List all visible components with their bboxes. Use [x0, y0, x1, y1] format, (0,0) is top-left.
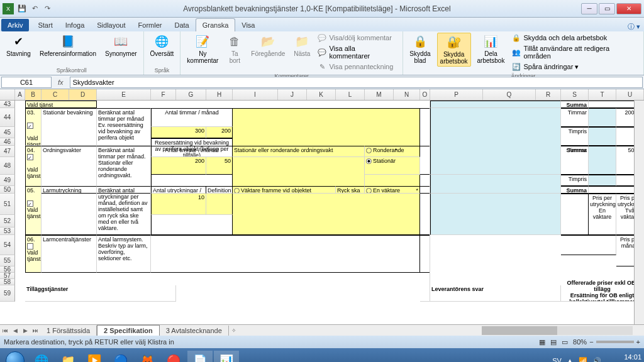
taskbar-clock[interactable]: 14:01 2015-05-19	[606, 353, 641, 362]
zoom-level[interactable]: 80%	[573, 338, 587, 346]
col-header-L[interactable]: L	[336, 89, 365, 100]
col-header-A[interactable]: A	[15, 89, 25, 100]
prev-comment-button[interactable]: 📂Föregående	[248, 33, 287, 58]
col-header-B[interactable]: B	[25, 89, 42, 100]
zoom-slider[interactable]	[596, 341, 634, 343]
row-header-47[interactable]: 47	[0, 146, 15, 157]
col-header-G[interactable]: G	[176, 89, 206, 100]
taskbar-ie-icon[interactable]: 🌐	[29, 351, 54, 362]
col-header-E[interactable]: E	[97, 89, 151, 100]
row-header-54[interactable]: 54	[0, 235, 15, 255]
taskbar-explorer-icon[interactable]: 📁	[55, 351, 80, 362]
tab-formulas[interactable]: Formler	[132, 19, 169, 31]
protect-share-button[interactable]: 🔒Skydda och dela arbetsbok	[511, 33, 640, 43]
allow-edit-ranges-button[interactable]: 👥Tillåt användare att redigera områden	[511, 44, 640, 60]
sheet-tab-2[interactable]: 2 Specifikation	[97, 325, 160, 336]
col-header-D[interactable]: D	[69, 89, 97, 100]
formula-input[interactable]: Skyddsvakter	[70, 77, 643, 88]
taskbar-word-icon[interactable]: 📄	[187, 351, 213, 362]
tray-network-icon[interactable]: 📶	[579, 357, 587, 363]
row-header-53[interactable]: 53	[0, 228, 15, 235]
row-header-46[interactable]: 46	[0, 138, 15, 146]
col-header-P[interactable]: P	[430, 89, 483, 100]
col-header-H[interactable]: H	[206, 89, 233, 100]
help-icon[interactable]: ⓘ ▾	[624, 22, 644, 31]
row-header-55[interactable]: 55	[0, 255, 15, 266]
col-header-K[interactable]: K	[307, 89, 336, 100]
show-ink-button[interactable]: ✎Visa pennanteckning	[316, 62, 399, 72]
cell-e44[interactable]: Beräknat antal timmar per månadEv. resee…	[97, 108, 151, 146]
view-normal-icon[interactable]: ▦	[539, 338, 545, 346]
qat-save-icon[interactable]: 💾	[16, 3, 28, 14]
col-header-M[interactable]: M	[365, 89, 394, 100]
tab-data[interactable]: Data	[168, 19, 195, 31]
cell-c44[interactable]: Stationär bevakning	[42, 108, 97, 146]
language-indicator[interactable]: SV	[552, 357, 562, 362]
cell-h45[interactable]: 200	[206, 127, 233, 138]
col-header-R[interactable]: R	[536, 89, 561, 100]
showall-comments-button[interactable]: 💬Visa alla kommentarer	[316, 44, 399, 60]
restore-button[interactable]: ▭	[599, 3, 615, 14]
sheet-nav-next[interactable]: ▶	[20, 326, 30, 336]
tab-layout[interactable]: Sidlayout	[91, 19, 131, 31]
sheet-nav-prev[interactable]: ◀	[10, 326, 20, 336]
spelling-button[interactable]: ✔Stavning	[4, 33, 33, 58]
sheet-tab-1[interactable]: 1 Försättssida	[40, 326, 97, 336]
delete-comment-button[interactable]: 🗑Ta bort	[225, 33, 245, 65]
row-header-43[interactable]: 43	[0, 101, 15, 108]
radio-stationar[interactable]: Stationär	[365, 157, 420, 175]
col-header-T[interactable]: T	[589, 89, 616, 100]
row-header-44[interactable]: 44	[0, 108, 15, 127]
tab-review[interactable]: Granska	[196, 18, 236, 31]
new-comment-button[interactable]: 📝Ny kommentar	[184, 33, 221, 65]
sheet-nav-first[interactable]: ⏮	[0, 326, 10, 336]
cell-fg45[interactable]: 300	[151, 127, 206, 138]
file-tab[interactable]: Arkiv	[1, 19, 29, 31]
row-header-51[interactable]: 51	[0, 194, 15, 215]
row-header-58[interactable]: 58	[0, 279, 15, 285]
taskbar-firefox-icon[interactable]: 🦊	[135, 351, 160, 362]
tray-flag-icon[interactable]: ▲	[567, 357, 574, 362]
tab-view[interactable]: Visa	[235, 19, 261, 31]
translate-button[interactable]: 🌐Översätt	[148, 33, 177, 58]
showhide-comment-button[interactable]: 💬Visa/dölj kommentar	[316, 33, 399, 43]
research-button[interactable]: 📘Referensinformation	[37, 33, 99, 58]
protect-sheet-button[interactable]: 🔒Skydda blad	[407, 33, 433, 65]
row-header-50[interactable]: 50	[0, 186, 15, 194]
taskbar-app-icon[interactable]: 🔴	[161, 351, 186, 362]
view-layout-icon[interactable]: ▤	[550, 338, 557, 346]
sheet-tab-new[interactable]: ✧	[229, 326, 239, 336]
col-header-S[interactable]: S	[561, 89, 589, 100]
row-header-52[interactable]: 52	[0, 215, 15, 228]
taskbar-media-icon[interactable]: ▶️	[82, 351, 107, 362]
sheet-tab-3[interactable]: 3 Avtalstecknande	[160, 326, 229, 336]
close-button[interactable]: ✕	[616, 3, 641, 14]
col-header-C[interactable]: C	[42, 89, 69, 100]
cell-fgh44[interactable]: Antal timmar / månad	[151, 108, 233, 127]
taskbar-chrome-icon[interactable]: 🔵	[108, 351, 133, 362]
zoom-out-button[interactable]: −	[589, 338, 593, 346]
qat-undo-icon[interactable]: ↶	[29, 3, 40, 14]
row-header-59[interactable]: 59	[0, 285, 15, 302]
vertical-scrollbar[interactable]	[634, 101, 644, 324]
row-header-48[interactable]: 48	[0, 157, 15, 175]
view-pagebreak-icon[interactable]: ▭	[562, 338, 568, 346]
minimize-button[interactable]: ─	[581, 3, 597, 14]
horizontal-scrollbar[interactable]	[482, 326, 633, 335]
next-comment-button[interactable]: 📁Nästa	[291, 33, 313, 58]
tray-volume-icon[interactable]: 🔊	[592, 357, 601, 363]
start-button[interactable]	[3, 351, 28, 362]
col-header-O[interactable]: O	[420, 89, 430, 100]
cell-vald-43[interactable]: Vald tjänst	[25, 101, 97, 108]
cell-b44[interactable]: 03.Vald tjänst	[25, 108, 42, 146]
col-header-F[interactable]: F	[151, 89, 176, 100]
qat-redo-icon[interactable]: ↷	[42, 3, 53, 14]
col-header-I[interactable]: I	[233, 89, 278, 100]
protect-workbook-button[interactable]: 🔐Skydda arbetsbok	[437, 33, 471, 67]
col-header-Q[interactable]: Q	[483, 89, 536, 100]
name-box[interactable]: C61	[1, 77, 52, 88]
radio-vaktare[interactable]: Väktare framme vid objektetVäktare inne …	[233, 186, 336, 194]
share-workbook-button[interactable]: 📊Dela arbetsbok	[475, 33, 508, 65]
col-header-N[interactable]: N	[394, 89, 420, 100]
tab-home[interactable]: Start	[31, 19, 58, 31]
